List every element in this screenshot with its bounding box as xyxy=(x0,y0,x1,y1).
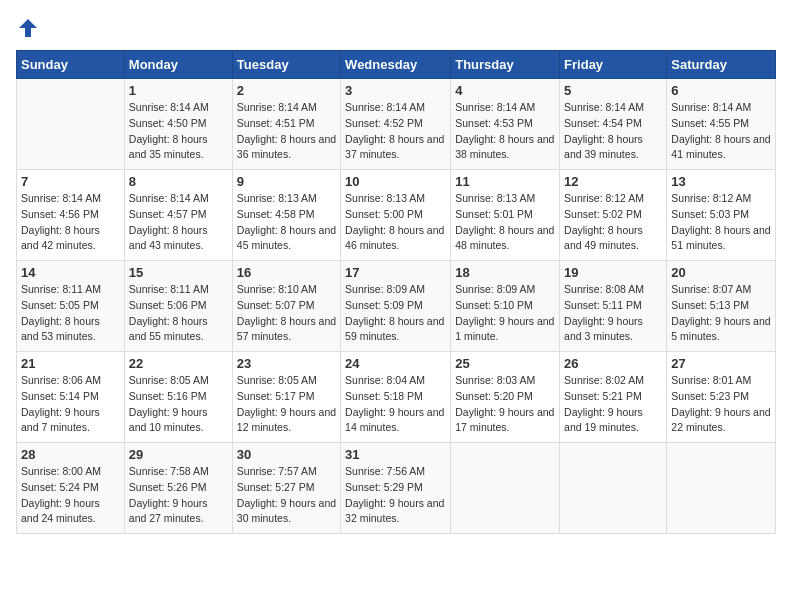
calendar-cell: 12Sunrise: 8:12 AMSunset: 5:02 PMDayligh… xyxy=(560,170,667,261)
calendar-cell: 25Sunrise: 8:03 AMSunset: 5:20 PMDayligh… xyxy=(451,352,560,443)
day-info: Sunrise: 8:14 AMSunset: 4:55 PMDaylight:… xyxy=(671,100,771,163)
weekday-header-saturday: Saturday xyxy=(667,51,776,79)
day-number: 27 xyxy=(671,356,771,371)
day-info: Sunrise: 8:14 AMSunset: 4:56 PMDaylight:… xyxy=(21,191,120,254)
calendar-cell: 30Sunrise: 7:57 AMSunset: 5:27 PMDayligh… xyxy=(232,443,340,534)
weekday-header-thursday: Thursday xyxy=(451,51,560,79)
weekday-header-friday: Friday xyxy=(560,51,667,79)
day-info: Sunrise: 8:01 AMSunset: 5:23 PMDaylight:… xyxy=(671,373,771,436)
day-info: Sunrise: 8:14 AMSunset: 4:50 PMDaylight:… xyxy=(129,100,228,163)
day-number: 23 xyxy=(237,356,336,371)
day-info: Sunrise: 8:09 AMSunset: 5:09 PMDaylight:… xyxy=(345,282,446,345)
day-number: 24 xyxy=(345,356,446,371)
calendar-cell: 27Sunrise: 8:01 AMSunset: 5:23 PMDayligh… xyxy=(667,352,776,443)
weekday-header-wednesday: Wednesday xyxy=(341,51,451,79)
day-number: 31 xyxy=(345,447,446,462)
calendar-cell: 4Sunrise: 8:14 AMSunset: 4:53 PMDaylight… xyxy=(451,79,560,170)
calendar-week-row: 14Sunrise: 8:11 AMSunset: 5:05 PMDayligh… xyxy=(17,261,776,352)
day-info: Sunrise: 7:58 AMSunset: 5:26 PMDaylight:… xyxy=(129,464,228,527)
calendar-cell: 22Sunrise: 8:05 AMSunset: 5:16 PMDayligh… xyxy=(124,352,232,443)
calendar-week-row: 1Sunrise: 8:14 AMSunset: 4:50 PMDaylight… xyxy=(17,79,776,170)
day-number: 3 xyxy=(345,83,446,98)
calendar-cell: 11Sunrise: 8:13 AMSunset: 5:01 PMDayligh… xyxy=(451,170,560,261)
day-number: 25 xyxy=(455,356,555,371)
day-info: Sunrise: 8:11 AMSunset: 5:05 PMDaylight:… xyxy=(21,282,120,345)
weekday-header-row: SundayMondayTuesdayWednesdayThursdayFrid… xyxy=(17,51,776,79)
calendar-cell: 1Sunrise: 8:14 AMSunset: 4:50 PMDaylight… xyxy=(124,79,232,170)
day-number: 6 xyxy=(671,83,771,98)
day-info: Sunrise: 8:10 AMSunset: 5:07 PMDaylight:… xyxy=(237,282,336,345)
day-number: 7 xyxy=(21,174,120,189)
calendar-table: SundayMondayTuesdayWednesdayThursdayFrid… xyxy=(16,50,776,534)
calendar-cell: 9Sunrise: 8:13 AMSunset: 4:58 PMDaylight… xyxy=(232,170,340,261)
day-info: Sunrise: 8:00 AMSunset: 5:24 PMDaylight:… xyxy=(21,464,120,527)
day-number: 19 xyxy=(564,265,662,280)
calendar-week-row: 7Sunrise: 8:14 AMSunset: 4:56 PMDaylight… xyxy=(17,170,776,261)
calendar-cell: 5Sunrise: 8:14 AMSunset: 4:54 PMDaylight… xyxy=(560,79,667,170)
calendar-cell: 2Sunrise: 8:14 AMSunset: 4:51 PMDaylight… xyxy=(232,79,340,170)
day-number: 11 xyxy=(455,174,555,189)
svg-marker-0 xyxy=(19,19,37,37)
day-info: Sunrise: 8:14 AMSunset: 4:51 PMDaylight:… xyxy=(237,100,336,163)
logo xyxy=(16,16,44,40)
day-info: Sunrise: 8:14 AMSunset: 4:54 PMDaylight:… xyxy=(564,100,662,163)
calendar-cell: 8Sunrise: 8:14 AMSunset: 4:57 PMDaylight… xyxy=(124,170,232,261)
calendar-cell: 3Sunrise: 8:14 AMSunset: 4:52 PMDaylight… xyxy=(341,79,451,170)
calendar-cell: 17Sunrise: 8:09 AMSunset: 5:09 PMDayligh… xyxy=(341,261,451,352)
day-info: Sunrise: 8:08 AMSunset: 5:11 PMDaylight:… xyxy=(564,282,662,345)
day-number: 17 xyxy=(345,265,446,280)
day-info: Sunrise: 8:13 AMSunset: 5:01 PMDaylight:… xyxy=(455,191,555,254)
day-info: Sunrise: 7:56 AMSunset: 5:29 PMDaylight:… xyxy=(345,464,446,527)
day-number: 4 xyxy=(455,83,555,98)
day-info: Sunrise: 8:13 AMSunset: 4:58 PMDaylight:… xyxy=(237,191,336,254)
day-info: Sunrise: 7:57 AMSunset: 5:27 PMDaylight:… xyxy=(237,464,336,527)
day-number: 29 xyxy=(129,447,228,462)
calendar-cell: 21Sunrise: 8:06 AMSunset: 5:14 PMDayligh… xyxy=(17,352,125,443)
weekday-header-monday: Monday xyxy=(124,51,232,79)
day-number: 28 xyxy=(21,447,120,462)
calendar-cell: 20Sunrise: 8:07 AMSunset: 5:13 PMDayligh… xyxy=(667,261,776,352)
day-number: 13 xyxy=(671,174,771,189)
calendar-week-row: 28Sunrise: 8:00 AMSunset: 5:24 PMDayligh… xyxy=(17,443,776,534)
day-number: 14 xyxy=(21,265,120,280)
day-number: 5 xyxy=(564,83,662,98)
calendar-cell: 31Sunrise: 7:56 AMSunset: 5:29 PMDayligh… xyxy=(341,443,451,534)
calendar-cell: 18Sunrise: 8:09 AMSunset: 5:10 PMDayligh… xyxy=(451,261,560,352)
day-info: Sunrise: 8:03 AMSunset: 5:20 PMDaylight:… xyxy=(455,373,555,436)
calendar-cell xyxy=(560,443,667,534)
calendar-cell xyxy=(667,443,776,534)
day-number: 21 xyxy=(21,356,120,371)
calendar-cell: 28Sunrise: 8:00 AMSunset: 5:24 PMDayligh… xyxy=(17,443,125,534)
calendar-cell: 13Sunrise: 8:12 AMSunset: 5:03 PMDayligh… xyxy=(667,170,776,261)
calendar-cell: 6Sunrise: 8:14 AMSunset: 4:55 PMDaylight… xyxy=(667,79,776,170)
day-info: Sunrise: 8:09 AMSunset: 5:10 PMDaylight:… xyxy=(455,282,555,345)
day-info: Sunrise: 8:14 AMSunset: 4:52 PMDaylight:… xyxy=(345,100,446,163)
day-info: Sunrise: 8:06 AMSunset: 5:14 PMDaylight:… xyxy=(21,373,120,436)
calendar-cell: 26Sunrise: 8:02 AMSunset: 5:21 PMDayligh… xyxy=(560,352,667,443)
calendar-cell: 24Sunrise: 8:04 AMSunset: 5:18 PMDayligh… xyxy=(341,352,451,443)
day-number: 12 xyxy=(564,174,662,189)
weekday-header-tuesday: Tuesday xyxy=(232,51,340,79)
day-number: 18 xyxy=(455,265,555,280)
day-number: 2 xyxy=(237,83,336,98)
calendar-cell: 19Sunrise: 8:08 AMSunset: 5:11 PMDayligh… xyxy=(560,261,667,352)
day-number: 20 xyxy=(671,265,771,280)
day-number: 16 xyxy=(237,265,336,280)
calendar-cell xyxy=(451,443,560,534)
day-number: 15 xyxy=(129,265,228,280)
calendar-cell: 29Sunrise: 7:58 AMSunset: 5:26 PMDayligh… xyxy=(124,443,232,534)
day-info: Sunrise: 8:13 AMSunset: 5:00 PMDaylight:… xyxy=(345,191,446,254)
day-info: Sunrise: 8:02 AMSunset: 5:21 PMDaylight:… xyxy=(564,373,662,436)
day-number: 8 xyxy=(129,174,228,189)
calendar-cell: 14Sunrise: 8:11 AMSunset: 5:05 PMDayligh… xyxy=(17,261,125,352)
day-info: Sunrise: 8:05 AMSunset: 5:16 PMDaylight:… xyxy=(129,373,228,436)
calendar-cell: 16Sunrise: 8:10 AMSunset: 5:07 PMDayligh… xyxy=(232,261,340,352)
calendar-cell xyxy=(17,79,125,170)
calendar-cell: 7Sunrise: 8:14 AMSunset: 4:56 PMDaylight… xyxy=(17,170,125,261)
calendar-cell: 10Sunrise: 8:13 AMSunset: 5:00 PMDayligh… xyxy=(341,170,451,261)
calendar-cell: 23Sunrise: 8:05 AMSunset: 5:17 PMDayligh… xyxy=(232,352,340,443)
day-info: Sunrise: 8:12 AMSunset: 5:02 PMDaylight:… xyxy=(564,191,662,254)
header xyxy=(16,16,776,40)
day-info: Sunrise: 8:11 AMSunset: 5:06 PMDaylight:… xyxy=(129,282,228,345)
logo-icon xyxy=(16,16,40,40)
